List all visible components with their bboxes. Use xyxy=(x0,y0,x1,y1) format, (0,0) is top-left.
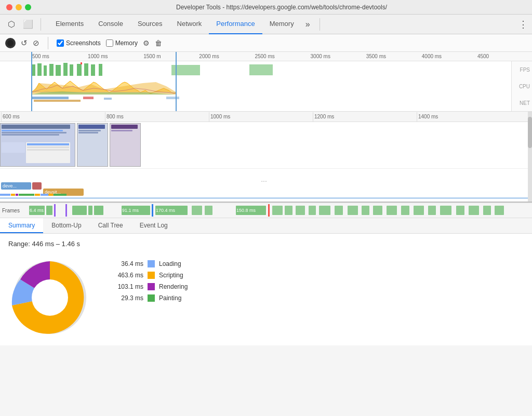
pie-chart-svg xyxy=(8,256,91,339)
tab-sources[interactable]: Sources xyxy=(130,15,170,34)
pie-chart xyxy=(8,256,91,339)
svg-rect-13 xyxy=(81,62,82,64)
legend-scripting: 463.6 ms Scripting xyxy=(112,272,188,279)
range-text: Range: 446 ms – 1.46 s xyxy=(8,240,524,248)
detail-timeline[interactable]: 600 ms 800 ms 1000 ms 1200 ms 1400 ms xyxy=(0,112,532,203)
tab-call-tree[interactable]: Call Tree xyxy=(90,218,131,233)
toolbar-sep2 xyxy=(320,18,320,31)
reload-btn[interactable]: ↺ xyxy=(21,38,28,48)
fps-label: FPS xyxy=(511,61,532,78)
settings-btn[interactable]: ⚙ xyxy=(143,39,150,47)
svg-rect-15 xyxy=(34,100,81,102)
svg-rect-41 xyxy=(319,206,330,215)
ruler-mark-7: 4000 ms xyxy=(421,53,476,59)
screenshots-label: Screenshots xyxy=(66,39,101,47)
network-timeline-bar xyxy=(0,197,528,199)
screenshots-checkbox-wrap[interactable]: Screenshots xyxy=(57,39,101,47)
record-btn[interactable] xyxy=(5,38,16,48)
tab-elements[interactable]: Elements xyxy=(48,15,91,34)
detail-ruler-marks: 600 ms 800 ms 1000 ms 1200 ms 1400 ms xyxy=(0,112,532,122)
svg-rect-49 xyxy=(428,206,436,215)
svg-rect-12 xyxy=(249,64,273,75)
cpu-chart xyxy=(0,78,511,95)
svg-rect-3 xyxy=(49,64,54,76)
legend-rendering-ms: 103.1 ms xyxy=(112,283,143,290)
device-toggle-btn[interactable]: ⬜ xyxy=(21,17,35,32)
cpu-area xyxy=(0,78,511,95)
detail-mark-1: 800 ms xyxy=(105,112,209,122)
legend-scripting-label: Scripting xyxy=(159,272,183,279)
maximize-btn[interactable] xyxy=(25,4,31,10)
screenshots-checkbox[interactable] xyxy=(57,39,64,47)
svg-rect-36 xyxy=(268,204,270,217)
svg-rect-23 xyxy=(65,204,67,217)
tab-memory[interactable]: Memory xyxy=(262,15,301,34)
screenshot-0[interactable] xyxy=(0,123,75,167)
window-controls xyxy=(6,4,31,10)
svg-rect-17 xyxy=(104,98,112,100)
memory-label: Memory xyxy=(115,39,138,47)
svg-rect-26 xyxy=(94,206,103,215)
kebab-menu-btn[interactable]: ⋮ xyxy=(518,19,528,30)
more-tabs-btn[interactable]: » xyxy=(301,15,314,34)
svg-rect-38 xyxy=(285,206,292,215)
svg-rect-2 xyxy=(44,65,47,76)
ruler-mark-8: 4500 xyxy=(476,53,532,59)
tab-network[interactable]: Network xyxy=(170,15,209,34)
timeline-scrollbar[interactable] xyxy=(528,112,532,203)
svg-rect-18 xyxy=(166,97,179,99)
svg-text:150.8 ms: 150.8 ms xyxy=(236,208,256,213)
clear-recordings-btn[interactable]: ⊘ xyxy=(33,38,39,48)
legend-painting-ms: 29.3 ms xyxy=(112,294,143,302)
main-toolbar: ⬡ ⬜ Elements Console Sources Network Per… xyxy=(0,15,532,34)
minimize-btn[interactable] xyxy=(16,4,22,10)
tab-bottom-up[interactable]: Bottom-Up xyxy=(43,218,89,233)
network-bar-1[interactable] xyxy=(32,182,42,190)
svg-rect-37 xyxy=(272,206,283,215)
memory-checkbox[interactable] xyxy=(106,39,113,47)
memory-checkbox-wrap[interactable]: Memory xyxy=(106,39,138,47)
svg-rect-40 xyxy=(309,206,316,215)
overview-timeline[interactable]: 500 ms 1000 ms 1500 m 2000 ms 2500 ms 30… xyxy=(0,52,532,112)
net-area xyxy=(0,95,511,105)
cursor-tool-btn[interactable]: ⬡ xyxy=(4,17,19,32)
detail-ruler: 600 ms 800 ms 1000 ms 1200 ms 1400 ms xyxy=(0,112,532,122)
perf-sep1 xyxy=(48,37,48,49)
legend-scripting-ms: 463.6 ms xyxy=(112,272,143,279)
svg-rect-43 xyxy=(348,206,358,215)
bottom-tabs: Summary Bottom-Up Call Tree Event Log xyxy=(0,218,532,234)
title-bar: Developer Tools - https://developers.goo… xyxy=(0,0,532,15)
svg-rect-6 xyxy=(70,64,73,76)
svg-rect-52 xyxy=(469,206,479,215)
tab-event-log[interactable]: Event Log xyxy=(131,218,176,233)
svg-text:91.1 ms: 91.1 ms xyxy=(122,208,139,213)
fps-chart xyxy=(0,61,511,78)
screenshot-2[interactable] xyxy=(110,123,141,167)
clear-data-btn[interactable]: 🗑 xyxy=(155,39,162,47)
legend-painting-label: Painting xyxy=(159,294,181,302)
svg-rect-20 xyxy=(46,206,52,215)
svg-rect-54 xyxy=(495,206,504,215)
detail-mark-0: 600 ms xyxy=(1,112,105,122)
close-btn[interactable] xyxy=(6,4,12,10)
frames-label: Frames xyxy=(2,208,20,213)
screenshots-row xyxy=(0,122,528,169)
network-row: ▼ Network deve... devsit... ... xyxy=(0,169,528,201)
svg-rect-10 xyxy=(99,64,102,76)
detail-mark-2: 1000 ms xyxy=(209,112,313,122)
tab-console[interactable]: Console xyxy=(91,15,130,34)
fps-area xyxy=(0,61,511,78)
ruler-mark-6: 3500 ms xyxy=(365,53,421,59)
ruler-mark-5: 3000 ms xyxy=(310,53,365,59)
svg-rect-14 xyxy=(32,97,69,99)
ruler-mark-3: 2000 ms xyxy=(198,53,254,59)
tab-performance[interactable]: Performance xyxy=(209,15,262,34)
scrollbar-thumb-inner[interactable] xyxy=(528,117,532,148)
network-bar-0[interactable]: deve... xyxy=(1,182,31,190)
legend-loading-ms: 36.4 ms xyxy=(112,260,143,267)
screenshot-1[interactable] xyxy=(77,123,108,167)
tab-summary[interactable]: Summary xyxy=(0,218,43,233)
svg-rect-50 xyxy=(440,206,451,215)
legend-scripting-color xyxy=(148,272,155,279)
main-nav: Elements Console Sources Network Perform… xyxy=(48,15,314,34)
